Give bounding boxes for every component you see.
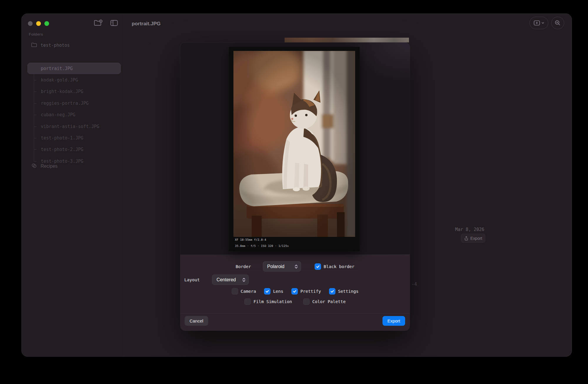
tree-connector <box>31 63 37 74</box>
tree-connector <box>31 109 37 121</box>
photo-date: Mar 8, 2026 <box>455 227 484 232</box>
dialog-footer: Cancel Export <box>180 313 410 331</box>
tree-connector <box>31 97 37 109</box>
sidebar-toggle-icon[interactable] <box>110 20 118 26</box>
checkbox-box <box>264 288 270 295</box>
export-button[interactable]: Export <box>382 316 405 326</box>
sidebar-item-recipes[interactable]: Recipes <box>27 161 121 172</box>
black-border-checkbox[interactable]: Black border <box>315 263 355 270</box>
file-name: portrait.JPG <box>41 66 73 71</box>
check-icon <box>330 289 334 293</box>
app-window: Folders test-photos portrait.JPG kodak- <box>21 14 572 357</box>
toggle-checkbox[interactable]: Prettify <box>291 288 321 295</box>
minimize-button[interactable] <box>36 21 41 26</box>
zoom-button[interactable] <box>551 17 564 29</box>
tree-connector <box>31 74 37 86</box>
file-name: kodak-gold.JPG <box>41 77 78 83</box>
add-menu-button[interactable] <box>529 17 548 29</box>
file-list: portrait.JPG kodak-gold.JPG bright-kodak… <box>27 63 121 167</box>
export-dialog: XF 18-55mm f/2.8-4 35.8mm · f/5 · ISO 32… <box>180 42 410 331</box>
border-label: Border <box>235 264 251 269</box>
border-select[interactable]: Polaroid <box>263 261 301 272</box>
checkbox-label: Camera <box>241 289 256 294</box>
black-border-label: Black border <box>324 264 355 269</box>
layout-select-value: Centered <box>216 277 236 282</box>
folder-name: test-photos <box>41 43 70 48</box>
cancel-button[interactable]: Cancel <box>185 316 208 326</box>
file-name: bright-kodak.JPG <box>41 89 83 94</box>
toggle-checkbox[interactable]: Lens <box>264 288 283 295</box>
sidebar-file-row[interactable]: reggies-portra.JPG <box>27 97 121 109</box>
background-export-label: Export <box>470 236 482 241</box>
recipes-icon <box>31 163 37 170</box>
layout-row: Layout Centered <box>180 275 410 285</box>
recipes-label: Recipes <box>41 164 58 169</box>
checkbox-label: Color Palette <box>312 299 346 304</box>
sidebar-file-row[interactable]: kodak-gold.JPG <box>27 74 121 86</box>
checkbox-label: Film Simulation <box>253 299 292 304</box>
toggle-checkbox[interactable]: Settings <box>329 288 359 295</box>
select-chevrons-icon <box>242 277 245 282</box>
sidebar-file-row[interactable]: portrait.JPG <box>27 63 121 74</box>
sidebar-file-row[interactable]: test-photo-1.JPG <box>27 132 121 144</box>
checkbox-box <box>244 298 251 305</box>
checkbox-box <box>329 288 335 295</box>
checkbox-box <box>232 288 238 295</box>
file-name: vibrant-astia-soft.JPG <box>41 124 99 129</box>
checkbox-box <box>303 298 310 305</box>
folders-section-label: Folders <box>29 32 43 36</box>
exif-settings-line: 35.8mm · f/5 · ISO 320 · 1/125s <box>235 244 289 247</box>
extra-toggles-row: Film Simulation Color Palette <box>180 298 410 305</box>
clipped-background-text: -4 <box>412 282 417 287</box>
sidebar-file-row[interactable]: bright-kodak.JPG <box>27 86 121 97</box>
file-name: test-photo-2.JPG <box>41 147 83 152</box>
layout-label: Layout <box>184 277 200 282</box>
file-name: test-photo-1.JPG <box>41 135 83 141</box>
background-photo-strip <box>285 38 409 42</box>
window-title: portrait.JPG <box>132 21 161 27</box>
background-export-button[interactable]: Export <box>461 234 485 243</box>
meta-toggles-row: Camera Lens <box>180 288 410 295</box>
screen: Folders test-photos portrait.JPG kodak- <box>0 0 588 384</box>
photo-preview <box>233 51 355 237</box>
border-select-value: Polaroid <box>267 264 285 269</box>
zoom-in-icon <box>555 20 561 26</box>
checkbox-label: Lens <box>273 289 283 294</box>
sidebar-file-row[interactable]: vibrant-astia-soft.JPG <box>27 121 121 132</box>
checkbox-label: Prettify <box>300 289 321 294</box>
chevron-down-icon <box>542 22 544 24</box>
toggle-checkbox[interactable]: Camera <box>232 288 256 295</box>
toggle-checkbox[interactable]: Color Palette <box>303 298 346 305</box>
toggle-checkbox[interactable]: Film Simulation <box>244 298 292 305</box>
maximize-button[interactable] <box>44 21 49 26</box>
exif-lens-line: XF 18-55mm f/2.8-4 <box>235 238 266 241</box>
sidebar-file-row[interactable]: cuban-neg.JPG <box>27 109 121 121</box>
check-icon <box>316 265 320 269</box>
sidebar-folder-test-photos[interactable]: test-photos <box>27 40 121 51</box>
file-name: cuban-neg.JPG <box>41 112 75 117</box>
photo-vignette <box>233 51 355 237</box>
export-preview-panel: XF 18-55mm f/2.8-4 35.8mm · f/5 · ISO 32… <box>180 42 410 255</box>
checkbox-box <box>315 263 321 270</box>
tree-connector <box>31 144 37 155</box>
tree-connector <box>31 86 37 97</box>
sidebar-file-row[interactable]: test-photo-2.JPG <box>27 144 121 155</box>
traffic-lights <box>28 21 49 26</box>
folder-icon <box>31 42 37 49</box>
layout-select[interactable]: Centered <box>212 275 249 285</box>
check-icon <box>265 289 269 293</box>
border-row: Border Polaroid Black border <box>180 261 410 272</box>
sidebar: Folders test-photos portrait.JPG kodak- <box>22 14 124 356</box>
check-icon <box>293 289 297 293</box>
polaroid-frame: XF 18-55mm f/2.8-4 35.8mm · f/5 · ISO 32… <box>229 47 360 251</box>
file-name: reggies-portra.JPG <box>41 101 89 106</box>
tree-connector <box>31 132 37 144</box>
share-icon <box>464 236 468 241</box>
checkbox-label: Settings <box>338 289 359 294</box>
new-folder-icon[interactable] <box>94 19 103 27</box>
tree-connector <box>31 121 37 132</box>
close-button[interactable] <box>28 21 33 26</box>
select-chevrons-icon <box>295 264 298 269</box>
checkbox-box <box>291 288 298 295</box>
